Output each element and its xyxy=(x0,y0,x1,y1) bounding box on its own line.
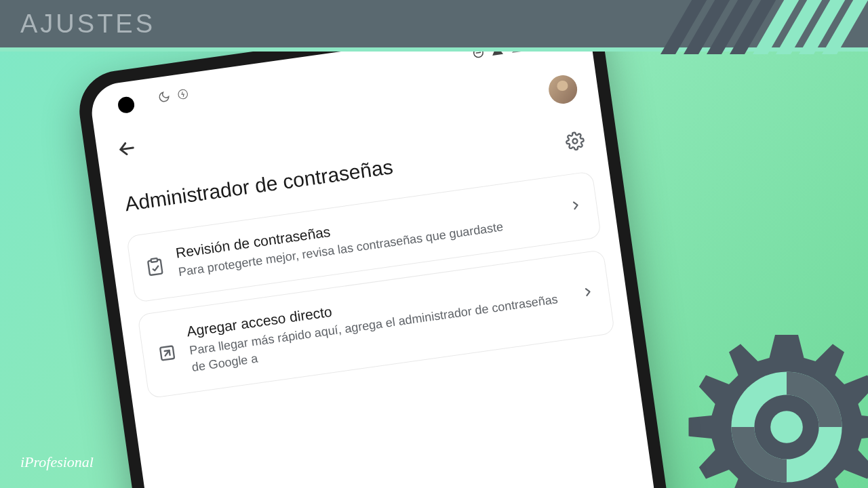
moon-icon xyxy=(157,90,171,104)
clipboard-check-icon xyxy=(144,255,167,278)
banner-stripes xyxy=(678,0,868,47)
decorative-gear-icon xyxy=(671,312,868,488)
phone-frame: 32 % Administrador de contraseñas xyxy=(75,3,672,488)
watermark: iProfesional xyxy=(20,453,94,471)
svg-line-5 xyxy=(475,52,480,53)
svg-point-2 xyxy=(770,411,803,443)
banner-header: AJUSTES xyxy=(0,0,868,47)
svg-point-10 xyxy=(572,138,578,144)
back-button[interactable] xyxy=(116,138,138,164)
chevron-right-icon xyxy=(568,197,584,217)
phone-screen: 32 % Administrador de contraseñas xyxy=(88,17,658,488)
user-avatar[interactable] xyxy=(547,73,578,105)
charging-icon xyxy=(176,87,190,101)
banner-title: AJUSTES xyxy=(20,9,155,39)
settings-gear-icon[interactable] xyxy=(564,130,586,152)
phone-mockup: 32 % Administrador de contraseñas xyxy=(75,3,672,488)
shortcut-icon xyxy=(156,342,179,365)
svg-rect-11 xyxy=(151,258,157,262)
chevron-right-icon xyxy=(580,285,596,304)
